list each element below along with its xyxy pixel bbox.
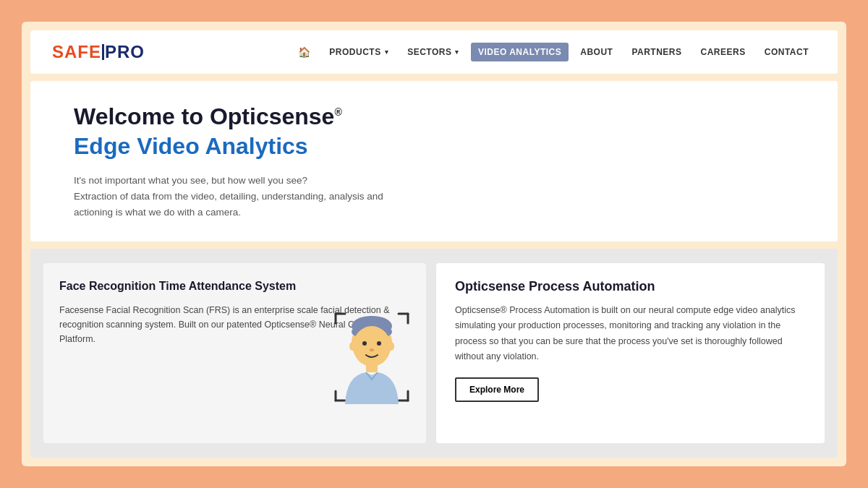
navbar: SAFEPRO 🏠 PRODUCTS ▾ SECTORS ▾ VIDEO ANA… <box>30 30 838 74</box>
svg-rect-18 <box>366 364 378 372</box>
card-left-title: Face Recognition Time Attendance System <box>59 279 410 294</box>
nav-partners[interactable]: PARTNERS <box>624 43 689 61</box>
nav-sectors[interactable]: SECTORS ▾ <box>400 43 467 61</box>
svg-point-13 <box>362 341 367 346</box>
svg-point-15 <box>370 348 374 351</box>
nav-contact[interactable]: CONTACT <box>757 43 816 61</box>
nav-careers[interactable]: CAREERS <box>694 43 753 61</box>
outer-frame: SAFEPRO 🏠 PRODUCTS ▾ SECTORS ▾ VIDEO ANA… <box>22 22 846 466</box>
sectors-chevron-icon: ▾ <box>455 48 459 56</box>
hero-section: Welcome to Opticsense® Edge Video Analyt… <box>30 81 838 241</box>
nav-products[interactable]: PRODUCTS ▾ <box>322 43 396 61</box>
explore-more-button[interactable]: Explore More <box>455 377 539 402</box>
logo[interactable]: SAFEPRO <box>52 42 145 62</box>
logo-pro: PRO <box>105 42 145 62</box>
nav-links: 🏠 PRODUCTS ▾ SECTORS ▾ VIDEO ANALYTICS A… <box>291 42 816 62</box>
logo-divider <box>102 44 104 60</box>
svg-point-14 <box>377 341 381 346</box>
home-icon: 🏠 <box>298 46 311 58</box>
hero-subtitle: Edge Video Analytics <box>74 133 794 160</box>
svg-point-16 <box>349 342 355 351</box>
card-right-title: Opticsense Process Automation <box>455 279 806 294</box>
logo-safe: SAFE <box>52 42 101 62</box>
card-face-recognition: Face Recognition Time Attendance System … <box>43 263 426 443</box>
registered-symbol: ® <box>334 106 341 118</box>
products-chevron-icon: ▾ <box>385 48 389 56</box>
face-recognition-icon <box>332 310 412 397</box>
nav-video-analytics[interactable]: VIDEO ANALYTICS <box>471 43 569 61</box>
card-process-automation: Opticsense Process Automation Opticsense… <box>436 263 825 443</box>
hero-description: It's not important what you see, but how… <box>74 173 472 220</box>
nav-about[interactable]: ABOUT <box>573 43 620 61</box>
nav-home[interactable]: 🏠 <box>291 42 318 62</box>
hero-title: Welcome to Opticsense® <box>74 103 794 130</box>
card-right-text: Opticsense® Process Automation is built … <box>455 303 806 364</box>
cards-section: Face Recognition Time Attendance System … <box>30 249 838 458</box>
svg-point-12 <box>353 326 391 367</box>
svg-point-17 <box>388 342 394 351</box>
